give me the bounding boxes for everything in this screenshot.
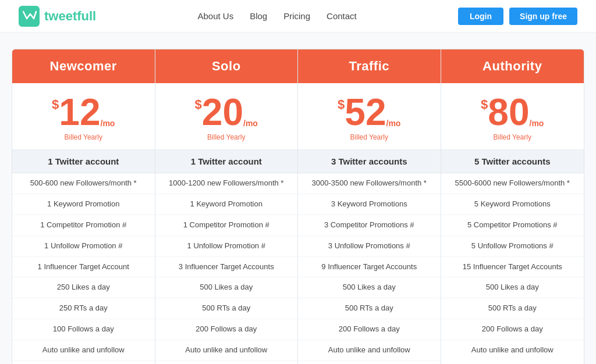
feature-item: 200 Follows a day <box>298 319 441 340</box>
feature-item: 1 Unfollow Promotion # <box>155 236 298 257</box>
feature-item: 1 Keyword Promotion <box>12 194 155 215</box>
plan-features-newcomer: 500-600 new Followers/month *1 Keyword P… <box>12 173 155 361</box>
plan-price-traffic: $ 52 /mo <box>304 94 435 131</box>
billed-yearly-solo: Billed Yearly <box>161 133 292 141</box>
nav-buttons: Login Sign up free <box>458 8 577 25</box>
plan-title-authority: Authority <box>447 59 579 74</box>
feature-item: 200 Follows a day <box>155 319 298 340</box>
plan-features-traffic: 3000-3500 new Followers/month *3 Keyword… <box>298 173 441 361</box>
price-amount-newcomer: 12 <box>59 94 100 131</box>
plan-features-authority: 5500-6000 new Followers/month *5 Keyword… <box>441 173 584 364</box>
price-dollar-solo: $ <box>195 98 202 111</box>
nav-about[interactable]: About Us <box>197 11 233 21</box>
plan-features-solo: 1000-1200 new Followers/month *1 Keyword… <box>155 173 298 361</box>
feature-item: 5500-6000 new Followers/month * <box>441 173 584 194</box>
nav-links: About Us Blog Pricing Contact <box>197 11 356 22</box>
billed-yearly-authority: Billed Yearly <box>447 133 579 141</box>
feature-item: 500 Likes a day <box>155 277 298 298</box>
plan-price-box-newcomer: $ 12 /mo Billed Yearly <box>12 83 155 150</box>
billed-yearly-traffic: Billed Yearly <box>304 133 435 141</box>
feature-item: 5 Competitor Promotions # <box>441 215 584 236</box>
billed-yearly-newcomer: Billed Yearly <box>18 133 149 141</box>
plan-card-authority: Authority $ 80 /mo Billed Yearly 5 Twitt… <box>441 49 584 364</box>
logo[interactable]: tweetfull <box>19 6 96 27</box>
feature-item: Auto unlike and unfollow <box>12 340 155 361</box>
plan-accounts-authority: 5 Twitter accounts <box>441 150 584 173</box>
price-dollar-newcomer: $ <box>52 98 59 111</box>
price-mo-traffic: /mo <box>386 119 401 127</box>
feature-item: 1000-1200 new Followers/month * <box>155 173 298 194</box>
feature-item: 3 Unfollow Promotions # <box>298 236 441 257</box>
price-mo-newcomer: /mo <box>101 119 115 127</box>
feature-item: 500 Likes a day <box>298 277 441 298</box>
plan-price-box-traffic: $ 52 /mo Billed Yearly <box>298 83 441 150</box>
price-amount-traffic: 52 <box>345 94 386 131</box>
feature-item: 500 RTs a day <box>441 298 584 319</box>
feature-item: 1 Influencer Target Account <box>12 257 155 278</box>
plan-title-newcomer: Newcomer <box>18 59 149 74</box>
plan-title-solo: Solo <box>161 59 292 74</box>
feature-item: 3 Competitor Promotions # <box>298 215 441 236</box>
feature-item: 1 Competitor Promotion # <box>12 215 155 236</box>
plan-price-box-solo: $ 20 /mo Billed Yearly <box>155 83 298 150</box>
plan-footer-solo: Take your account to its maximum potenti… <box>155 361 298 364</box>
plan-footer-traffic: To promote both your personal and profes… <box>298 361 441 364</box>
feature-item: 3 Keyword Promotions <box>298 194 441 215</box>
feature-item: Auto unlike and unfollow <box>155 340 298 361</box>
feature-item: 1 Unfollow Promotion # <box>12 236 155 257</box>
signup-button[interactable]: Sign up free <box>509 8 577 25</box>
plans-grid: Newcomer $ 12 /mo Billed Yearly 1 Twitte… <box>12 49 584 364</box>
logo-text: tweetfull <box>44 9 96 24</box>
price-dollar-authority: $ <box>481 98 488 111</box>
feature-item: 200 Follows a day <box>441 319 584 340</box>
plan-price-solo: $ 20 /mo <box>161 94 292 131</box>
plan-card-traffic: Traffic $ 52 /mo Billed Yearly 3 Twitter… <box>298 49 441 364</box>
price-amount-authority: 80 <box>488 94 529 131</box>
feature-item: Auto unlike and unfollow <box>441 340 584 361</box>
plan-accounts-solo: 1 Twitter account <box>155 150 298 173</box>
feature-item: 500 RTs a day <box>298 298 441 319</box>
feature-item: 9 Influencer Target Accounts <box>298 257 441 278</box>
feature-item: 100 Follows a day <box>12 319 155 340</box>
feature-item: 5 Keyword Promotions <box>441 194 584 215</box>
price-mo-solo: /mo <box>243 119 258 127</box>
plan-price-newcomer: $ 12 /mo <box>18 94 149 131</box>
pricing-section: Newcomer $ 12 /mo Billed Yearly 1 Twitte… <box>0 33 596 364</box>
feature-item: 500 Likes a day <box>441 277 584 298</box>
plan-title-traffic: Traffic <box>304 59 435 74</box>
feature-item: Auto unlike and unfollow <box>298 340 441 361</box>
nav-pricing[interactable]: Pricing <box>283 11 310 21</box>
feature-item: 500 RTs a day <box>155 298 298 319</box>
feature-item: 3000-3500 new Followers/month * <box>298 173 441 194</box>
price-amount-solo: 20 <box>202 94 243 131</box>
price-dollar-traffic: $ <box>338 98 345 111</box>
plan-accounts-newcomer: 1 Twitter account <box>12 150 155 173</box>
feature-item: 1 Keyword Promotion <box>155 194 298 215</box>
login-button[interactable]: Login <box>458 8 503 25</box>
feature-item: 5 Unfollow Promotions # <box>441 236 584 257</box>
nav-contact[interactable]: Contact <box>327 11 357 21</box>
feature-item: 15 Influencer Target Accounts <box>441 257 584 278</box>
feature-item: 500-600 new Followers/month * <box>12 173 155 194</box>
navbar: tweetfull About Us Blog Pricing Contact … <box>0 0 596 33</box>
nav-blog[interactable]: Blog <box>250 11 267 21</box>
feature-item: 250 Likes a day <box>12 277 155 298</box>
plan-price-box-authority: $ 80 /mo Billed Yearly <box>441 83 584 150</box>
feature-item: 3 Influencer Target Accounts <box>155 257 298 278</box>
plan-price-authority: $ 80 /mo <box>447 94 579 131</box>
plan-card-solo: Solo $ 20 /mo Billed Yearly 1 Twitter ac… <box>155 49 299 364</box>
price-mo-authority: /mo <box>530 119 544 127</box>
feature-item: 1 Competitor Promotion # <box>155 215 298 236</box>
plan-footer-newcomer: Grow your account with us on a small mar… <box>12 361 155 364</box>
plan-card-newcomer: Newcomer $ 12 /mo Billed Yearly 1 Twitte… <box>12 49 155 364</box>
feature-item: 250 RTs a day <box>12 298 155 319</box>
plan-accounts-traffic: 3 Twitter accounts <box>298 150 441 173</box>
